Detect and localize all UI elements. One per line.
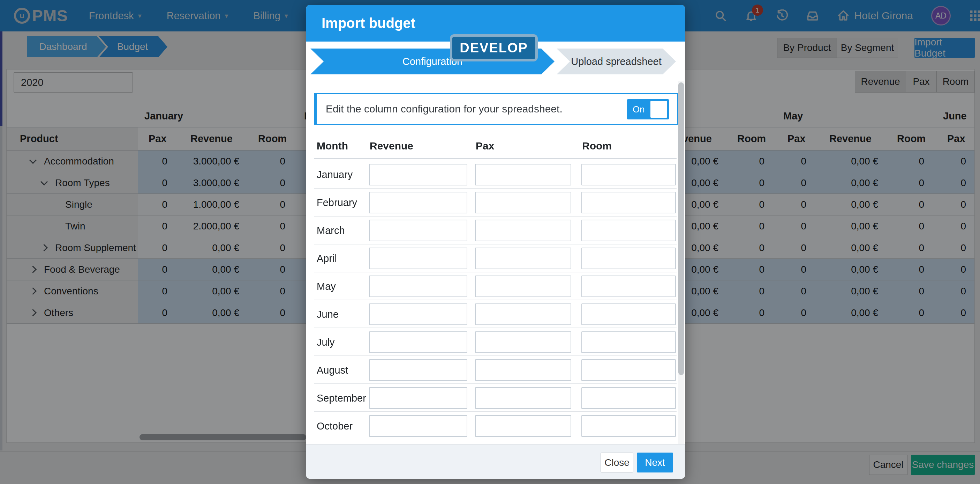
modal-table-header: Month Revenue Pax Room <box>314 136 676 159</box>
modal-month-row: April <box>314 244 676 272</box>
modal-input-june-pax[interactable] <box>475 303 571 325</box>
modal-input-february-pax[interactable] <box>475 192 571 213</box>
close-button[interactable]: Close <box>601 452 633 473</box>
modal-input-may-revenue[interactable] <box>369 276 467 297</box>
modal-input-may-pax[interactable] <box>475 276 571 297</box>
modal-month-row: September <box>314 384 676 412</box>
modal-input-september-room[interactable] <box>581 387 676 409</box>
modal-input-july-room[interactable] <box>581 331 676 353</box>
modal-input-january-pax[interactable] <box>475 164 571 185</box>
step-upload-spreadsheet[interactable]: Upload spreadsheet <box>557 48 676 74</box>
edit-columns-toggle[interactable]: On <box>627 99 669 120</box>
modal-body: Edit the column configuration for your s… <box>306 81 685 444</box>
modal-input-march-pax[interactable] <box>475 220 571 241</box>
modal-input-august-pax[interactable] <box>475 359 571 381</box>
modal-input-october-room[interactable] <box>581 415 676 437</box>
config-toggle-box: Edit the column configuration for your s… <box>314 93 678 125</box>
modal-month-row: July <box>314 328 676 356</box>
modal-input-march-room[interactable] <box>581 220 676 241</box>
modal-input-march-revenue[interactable] <box>369 220 467 241</box>
modal-input-january-room[interactable] <box>581 164 676 185</box>
modal-month-row: August <box>314 356 676 384</box>
modal-input-august-room[interactable] <box>581 359 676 381</box>
modal-month-row: February <box>314 188 676 217</box>
modal-input-april-pax[interactable] <box>475 248 571 269</box>
modal-month-label: May <box>317 281 336 292</box>
modal-footer: Close Next <box>306 444 685 479</box>
modal-month-row: June <box>314 300 676 328</box>
modal-input-july-pax[interactable] <box>475 331 571 353</box>
modal-month-label: February <box>317 197 357 208</box>
modal-month-label: August <box>317 364 348 376</box>
modal-input-february-room[interactable] <box>581 192 676 213</box>
modal-month-label: March <box>317 225 345 236</box>
modal-input-july-revenue[interactable] <box>369 331 467 353</box>
modal-header-revenue: Revenue <box>370 140 413 152</box>
modal-month-label: April <box>317 253 337 264</box>
next-button[interactable]: Next <box>637 452 673 473</box>
modal-table-rows: JanuaryFebruaryMarchAprilMayJuneJulyAugu… <box>314 161 676 440</box>
modal-month-label: January <box>317 169 353 181</box>
modal-input-april-room[interactable] <box>581 248 676 269</box>
modal-input-august-revenue[interactable] <box>369 359 467 381</box>
modal-month-label: October <box>317 420 353 432</box>
modal-month-row: October <box>314 412 676 440</box>
modal-input-february-revenue[interactable] <box>369 192 467 213</box>
modal-month-label: July <box>317 337 335 348</box>
modal-input-september-revenue[interactable] <box>369 387 467 409</box>
modal-month-label: September <box>317 393 366 404</box>
toggle-on-label: On <box>633 104 645 115</box>
toggle-knob <box>651 101 667 118</box>
modal-input-october-revenue[interactable] <box>369 415 467 437</box>
modal-month-row: March <box>314 217 676 244</box>
modal-input-june-revenue[interactable] <box>369 303 467 325</box>
import-budget-modal: Import budget Configuration Upload sprea… <box>306 5 685 479</box>
modal-month-row: May <box>314 272 676 300</box>
modal-input-january-revenue[interactable] <box>369 164 467 185</box>
modal-header-pax: Pax <box>476 140 494 152</box>
modal-month-label: June <box>317 309 339 320</box>
modal-month-row: January <box>314 161 676 188</box>
modal-input-october-pax[interactable] <box>475 415 571 437</box>
modal-input-september-pax[interactable] <box>475 387 571 409</box>
modal-input-april-revenue[interactable] <box>369 248 467 269</box>
develop-environment-badge: DEVELOP <box>450 34 538 61</box>
modal-header-room: Room <box>582 140 612 152</box>
modal-input-june-room[interactable] <box>581 303 676 325</box>
modal-header-month: Month <box>317 140 348 152</box>
modal-scrollbar-thumb[interactable] <box>678 82 684 375</box>
config-description: Edit the column configuration for your s… <box>326 103 563 115</box>
modal-input-may-room[interactable] <box>581 276 676 297</box>
modal-title: Import budget <box>321 15 415 31</box>
